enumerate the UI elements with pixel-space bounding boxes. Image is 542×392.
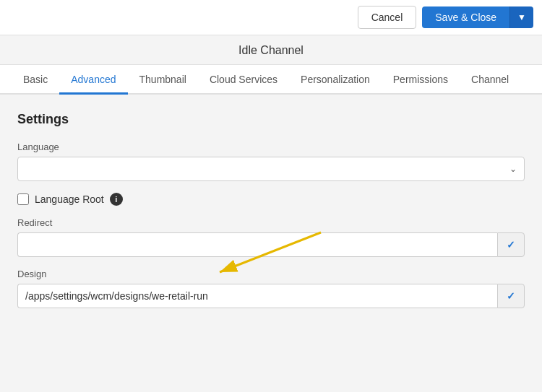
language-field-group: Language ⌄ — [17, 141, 525, 181]
redirect-field-group: Redirect ✓ — [17, 217, 525, 257]
language-root-checkbox[interactable] — [17, 193, 29, 205]
title-bar: Idle Channel — [0, 35, 542, 65]
language-select-wrapper[interactable]: ⌄ — [17, 157, 525, 181]
info-icon[interactable]: i — [110, 193, 123, 206]
tab-permissions[interactable]: Permissions — [382, 65, 460, 95]
tab-channel[interactable]: Channel — [460, 65, 520, 95]
save-dropdown-button[interactable]: ▼ — [509, 6, 533, 28]
design-field-group: Design ✓ — [17, 269, 525, 308]
design-check-button[interactable]: ✓ — [497, 284, 525, 308]
tab-basic[interactable]: Basic — [12, 65, 59, 95]
tab-personalization[interactable]: Personalization — [289, 65, 382, 95]
language-root-row: Language Root i — [17, 193, 525, 206]
content-area: Settings Language ⌄ Language Root i Redi… — [0, 95, 542, 331]
checkmark-icon: ✓ — [507, 290, 515, 302]
save-close-button[interactable]: Save & Close — [422, 6, 509, 28]
chevron-down-icon: ▼ — [517, 12, 526, 22]
language-label: Language — [17, 141, 525, 152]
tab-cloud-services[interactable]: Cloud Services — [198, 65, 289, 95]
cancel-button[interactable]: Cancel — [358, 6, 417, 29]
redirect-label: Redirect — [17, 217, 525, 228]
design-input[interactable] — [17, 284, 497, 308]
tab-bar: Basic Advanced Thumbnail Cloud Services … — [0, 65, 542, 95]
design-label: Design — [17, 269, 525, 279]
redirect-input[interactable] — [17, 232, 497, 257]
redirect-input-group: ✓ — [17, 232, 525, 257]
tab-advanced[interactable]: Advanced — [59, 65, 127, 95]
design-input-group: ✓ — [17, 284, 525, 308]
top-bar: Cancel Save & Close ▼ — [0, 0, 542, 35]
tab-thumbnail[interactable]: Thumbnail — [128, 65, 198, 95]
checkmark-icon: ✓ — [507, 239, 515, 251]
save-group: Save & Close ▼ — [422, 6, 533, 28]
dialog-title: Idle Channel — [0, 44, 542, 57]
section-title: Settings — [17, 112, 525, 127]
language-select[interactable] — [18, 157, 524, 180]
language-root-label: Language Root — [35, 193, 104, 205]
redirect-check-button[interactable]: ✓ — [497, 232, 525, 257]
